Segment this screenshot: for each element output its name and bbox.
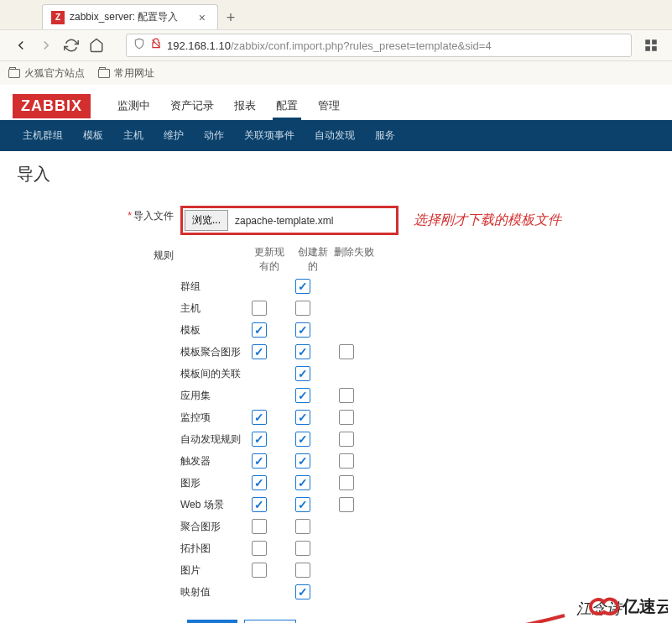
- rule-checkbox[interactable]: [252, 475, 267, 490]
- sub-nav-item[interactable]: 关联项事件: [234, 120, 305, 151]
- rule-checkbox[interactable]: [252, 541, 267, 556]
- rule-name: 模板间的关联: [180, 367, 252, 381]
- main-nav-item[interactable]: 管理: [308, 92, 350, 120]
- rule-checkbox[interactable]: [295, 563, 310, 578]
- rule-name: 图片: [180, 563, 252, 578]
- rule-checkbox[interactable]: [339, 453, 354, 469]
- main-nav-item[interactable]: 资产记录: [160, 92, 224, 120]
- rule-checkbox[interactable]: [295, 366, 310, 381]
- rule-checkbox[interactable]: [295, 344, 310, 359]
- main-nav-item[interactable]: 监测中: [107, 92, 160, 120]
- browse-button[interactable]: 浏览...: [185, 210, 228, 231]
- rule-row: 模板间的关联: [180, 366, 655, 381]
- import-button[interactable]: 导入: [187, 620, 237, 623]
- sub-nav-item[interactable]: 主机群组: [13, 120, 73, 151]
- url-bar[interactable]: 192.168.1.10/zabbix/conf.import.php?rule…: [126, 34, 632, 57]
- bookmark-folder-2[interactable]: 常用网址: [98, 66, 154, 81]
- sub-nav-item[interactable]: 主机: [113, 120, 154, 151]
- rule-checkbox[interactable]: [295, 584, 310, 599]
- shield-icon: [133, 38, 145, 53]
- rule-checkbox[interactable]: [295, 453, 310, 469]
- sub-nav: 主机群组模板主机维护动作关联项事件自动发现服务: [0, 120, 672, 151]
- zabbix-header: ZABBIX 监测中资产记录报表配置管理: [0, 85, 672, 120]
- rule-name: Web 场景: [180, 498, 252, 512]
- main-nav-item[interactable]: 配置: [266, 92, 308, 120]
- rule-checkbox[interactable]: [252, 453, 267, 469]
- rule-row: 图片: [180, 563, 655, 578]
- page-title: 导入: [17, 163, 655, 186]
- rule-checkbox[interactable]: [295, 279, 310, 294]
- rule-row: Web 场景: [180, 497, 655, 512]
- import-form: *导入文件 浏览... zapache-template.xml 选择刚才下载的…: [0, 197, 672, 623]
- forward-button[interactable]: [34, 33, 59, 58]
- file-upload-box: 浏览... zapache-template.xml: [180, 206, 399, 235]
- rule-checkbox[interactable]: [339, 497, 354, 512]
- rule-checkbox[interactable]: [295, 541, 310, 556]
- sub-nav-item[interactable]: 维护: [154, 120, 194, 151]
- rules-label: 规则: [17, 245, 180, 263]
- browser-tabs-bar: Z zabbix_server: 配置导入 × +: [0, 0, 672, 29]
- cancel-button[interactable]: 取消: [244, 620, 296, 623]
- main-nav: 监测中资产记录报表配置管理: [107, 92, 350, 120]
- folder-icon: [8, 69, 20, 78]
- extension-icon[interactable]: [638, 33, 664, 58]
- bookmarks-bar: 火狐官方站点 常用网址: [0, 61, 672, 85]
- zabbix-logo[interactable]: ZABBIX: [13, 94, 91, 118]
- rule-row: 应用集: [180, 388, 655, 403]
- rule-checkbox[interactable]: [252, 497, 267, 512]
- rule-checkbox[interactable]: [295, 301, 310, 316]
- rule-checkbox[interactable]: [295, 322, 310, 338]
- rule-checkbox[interactable]: [295, 497, 310, 512]
- rule-name: 主机: [180, 301, 252, 316]
- rule-checkbox[interactable]: [252, 519, 267, 534]
- back-button[interactable]: [8, 33, 34, 58]
- rule-checkbox[interactable]: [252, 432, 267, 447]
- lock-icon: [150, 38, 162, 53]
- rule-name: 图形: [180, 476, 252, 490]
- rule-checkbox[interactable]: [295, 475, 310, 490]
- rule-checkbox[interactable]: [339, 388, 354, 403]
- rule-name: 聚合图形: [180, 520, 252, 534]
- annotation-text: 选择刚才下载的模板文件: [414, 212, 561, 229]
- browser-nav-bar: 192.168.1.10/zabbix/conf.import.php?rule…: [0, 29, 672, 61]
- rule-checkbox[interactable]: [339, 432, 354, 447]
- rule-checkbox[interactable]: [295, 432, 310, 447]
- rule-name: 群组: [180, 280, 252, 294]
- rule-checkbox[interactable]: [339, 475, 354, 490]
- bookmark-folder-1[interactable]: 火狐官方站点: [8, 66, 85, 81]
- rule-checkbox[interactable]: [252, 322, 267, 338]
- rule-name: 模板聚合图形: [180, 345, 252, 359]
- svg-rect-3: [652, 46, 657, 51]
- sub-nav-item[interactable]: 动作: [194, 120, 234, 151]
- rule-checkbox[interactable]: [295, 388, 310, 403]
- bookmark-label: 常用网址: [114, 66, 154, 81]
- rule-row: 群组: [180, 279, 655, 294]
- rule-checkbox[interactable]: [252, 410, 267, 425]
- rule-row: 触发器: [180, 453, 655, 469]
- bookmark-label: 火狐官方站点: [24, 66, 85, 81]
- tab-close-icon[interactable]: ×: [195, 11, 209, 24]
- rule-checkbox[interactable]: [252, 301, 267, 316]
- rule-name: 自动发现规则: [180, 432, 252, 447]
- rule-row: 图形: [180, 475, 655, 490]
- new-tab-button[interactable]: +: [218, 6, 243, 29]
- rule-checkbox[interactable]: [295, 519, 310, 534]
- rule-checkbox[interactable]: [252, 344, 267, 359]
- main-nav-item[interactable]: 报表: [224, 92, 266, 120]
- sub-nav-item[interactable]: 服务: [365, 120, 405, 151]
- rule-checkbox[interactable]: [295, 410, 310, 425]
- folder-icon: [98, 69, 110, 78]
- sub-nav-item[interactable]: 模板: [73, 120, 113, 151]
- url-text: 192.168.1.10/zabbix/conf.import.php?rule…: [167, 39, 624, 52]
- svg-text:亿速云: 亿速云: [622, 597, 668, 615]
- rule-checkbox[interactable]: [339, 410, 354, 425]
- rule-checkbox[interactable]: [252, 563, 267, 578]
- sub-nav-item[interactable]: 自动发现: [305, 120, 365, 151]
- reload-button[interactable]: [59, 33, 84, 58]
- rule-checkbox[interactable]: [339, 344, 354, 359]
- import-file-label: *导入文件: [17, 206, 180, 223]
- rules-header: 更新现有的 创建新的 删除失败: [180, 245, 655, 274]
- rule-name: 触发器: [180, 454, 252, 469]
- browser-tab[interactable]: Z zabbix_server: 配置导入 ×: [42, 4, 218, 29]
- home-button[interactable]: [84, 33, 109, 58]
